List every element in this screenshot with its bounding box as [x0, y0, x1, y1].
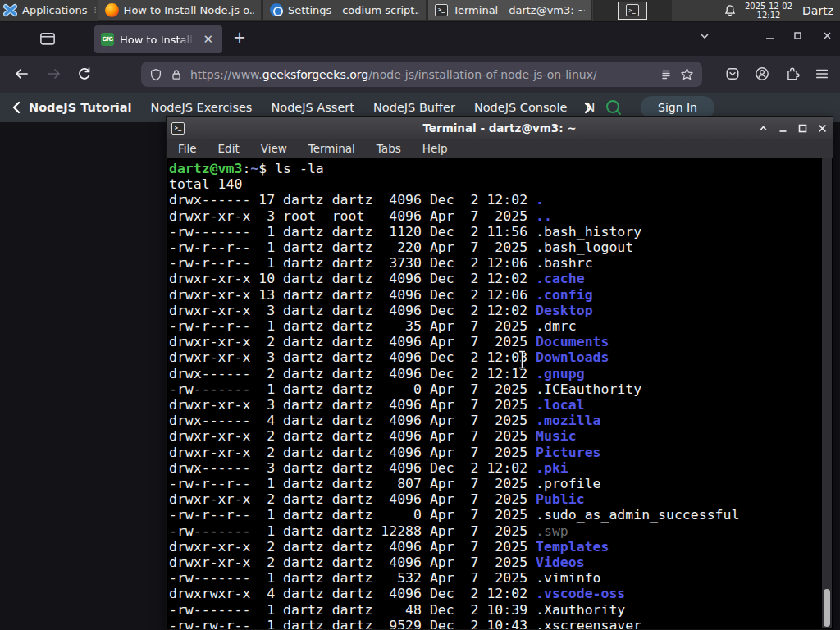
- notification-bell-icon[interactable]: [724, 4, 737, 17]
- terminal-line: drwxr-xr-x 10 dartz dartz 4096 Dec 2 12:…: [169, 271, 821, 286]
- close-icon[interactable]: [817, 123, 828, 134]
- terminal-menu-edit[interactable]: Edit: [218, 142, 240, 155]
- applications-logo-icon: [3, 3, 17, 17]
- list-all-tabs-icon[interactable]: [699, 30, 710, 42]
- applications-menu-button[interactable]: Applications: [0, 0, 92, 21]
- url-path: /node-js/installation-of-node-js-on-linu…: [368, 68, 597, 81]
- url-bar[interactable]: https://www.geeksforgeeks.org/node-js/in…: [141, 62, 702, 87]
- terminal-line: drwxr-xr-x 2 dartz dartz 4096 Apr 7 2025…: [169, 491, 821, 507]
- terminal-line: -rw------- 1 dartz dartz 1120 Dec 2 11:5…: [169, 224, 821, 240]
- terminal-line: drwxr-xr-x 3 dartz dartz 4096 Dec 2 12:0…: [169, 349, 821, 365]
- terminal-line: -rw-r--r-- 1 dartz dartz 35 Apr 7 2025 .…: [169, 318, 821, 334]
- back-icon[interactable]: [13, 66, 30, 81]
- panel-task-button[interactable]: How to Install Node.js o...: [98, 0, 262, 21]
- geeksforgeeks-favicon: GfG: [101, 33, 114, 46]
- terminal-menu-help[interactable]: Help: [422, 142, 448, 155]
- rollup-icon[interactable]: [758, 123, 769, 134]
- url-text[interactable]: https://www.geeksforgeeks.org/node-js/in…: [190, 68, 652, 81]
- terminal-scrollbar[interactable]: [822, 158, 832, 628]
- terminal-line: drwxr-xr-x 2 dartz dartz 4096 Apr 7 2025…: [169, 445, 821, 460]
- tracking-shield-icon[interactable]: [149, 68, 162, 81]
- lock-icon[interactable]: [170, 68, 183, 81]
- terminal-icon: >_: [626, 4, 639, 16]
- site-nav-item[interactable]: NodeJS Buffer: [373, 101, 455, 114]
- terminal-line: drwx------ 2 dartz dartz 4096 Dec 2 12:1…: [169, 366, 821, 381]
- tab-title: How to Install Node.js on: [120, 34, 194, 46]
- terminal-line: -rw------- 1 dartz dartz 12288 Apr 7 202…: [169, 523, 821, 539]
- browser-tab-bar: GfG How to Install Node.js on ✕ +: [0, 22, 840, 56]
- tab-close-icon[interactable]: ✕: [200, 33, 216, 47]
- terminal-line: drwx------ 4 dartz dartz 4096 Apr 7 2025…: [169, 413, 821, 428]
- terminal-menu-terminal[interactable]: Terminal: [308, 142, 355, 155]
- terminal-titlebar[interactable]: >_ Terminal - dartz@vm3: ~: [167, 117, 833, 139]
- account-icon[interactable]: [755, 66, 769, 81]
- terminal-title: Terminal - dartz@vm3: ~: [167, 121, 833, 135]
- site-search-button[interactable]: [605, 98, 623, 116]
- panel-task-button[interactable]: Settings - codium script...: [262, 0, 427, 21]
- terminal-menu-tabs[interactable]: Tabs: [377, 142, 401, 155]
- terminal-line: drwxr-xr-x 3 dartz dartz 4096 Apr 7 2025…: [169, 397, 821, 413]
- browser-tab[interactable]: GfG How to Install Node.js on ✕: [94, 25, 222, 53]
- terminal-line: dartz@vm3:~$ ls -la: [169, 161, 821, 176]
- terminal-line: -rw------- 1 dartz dartz 48 Dec 2 10:39 …: [169, 602, 821, 618]
- terminal-line: drwx------ 17 dartz dartz 4096 Dec 2 12:…: [169, 192, 821, 208]
- ibeam-cursor: [518, 350, 527, 369]
- panel-clock[interactable]: 2025-12-02 12:12: [745, 2, 792, 20]
- panel-task-button[interactable]: >_Terminal - dartz@vm3: ~: [427, 0, 591, 21]
- user-label: Dartz: [801, 4, 833, 17]
- site-nav-items: NodeJS TutorialNodeJS ExercisesNodeJS As…: [29, 101, 595, 114]
- terminal-line: -rw-r--r-- 1 dartz dartz 220 Apr 7 2025 …: [169, 240, 821, 255]
- window-maximize-icon[interactable]: [792, 30, 803, 41]
- terminal-output: dartz@vm3:~$ ls -latotal 140drwx------ 1…: [169, 161, 821, 629]
- search-icon: [605, 98, 623, 116]
- terminal-line: -rw-r--r-- 1 dartz dartz 0 Apr 7 2025 .s…: [169, 507, 821, 523]
- scrollbar-thumb[interactable]: [824, 589, 830, 627]
- task-title: How to Install Node.js o...: [124, 4, 254, 16]
- terminal-menu-file[interactable]: File: [178, 142, 197, 155]
- reload-icon[interactable]: [77, 66, 92, 81]
- hamburger-menu-icon[interactable]: [815, 66, 829, 81]
- site-nav-item[interactable]: NodeJS Tutorial: [29, 101, 132, 114]
- browser-toolbar: https://www.geeksforgeeks.org/node-js/in…: [0, 56, 840, 93]
- new-tab-button[interactable]: +: [233, 29, 246, 45]
- active-window-iconbox[interactable]: >_: [618, 2, 647, 20]
- terminal-window: >_ Terminal - dartz@vm3: ~ FileEditViewT…: [166, 116, 833, 630]
- terminal-line: drwxr-xr-x 2 dartz dartz 4096 Apr 7 2025…: [169, 334, 821, 349]
- reader-view-icon[interactable]: [660, 68, 673, 81]
- pocket-icon[interactable]: [725, 66, 740, 81]
- sign-in-button[interactable]: Sign In: [641, 96, 714, 119]
- terminal-icon: >_: [435, 4, 448, 16]
- terminal-line: drwxr-xr-x 3 dartz dartz 4096 Dec 2 12:0…: [169, 303, 821, 318]
- window-close-icon[interactable]: [822, 30, 833, 41]
- site-nav-item[interactable]: NodeJS Assert: [271, 101, 354, 114]
- terminal-line: drwx------ 3 dartz dartz 4096 Dec 2 12:0…: [169, 460, 821, 476]
- firefox-view-icon[interactable]: [39, 30, 56, 47]
- chevron-left-icon: [11, 101, 22, 114]
- nav-scroll-right-button[interactable]: [583, 102, 593, 114]
- firefox-icon: [105, 3, 119, 17]
- terminal-line: -rw------- 1 dartz dartz 532 Apr 7 2025 …: [169, 570, 821, 586]
- terminal-line: drwxr-xr-x 2 dartz dartz 4096 Apr 7 2025…: [169, 539, 821, 555]
- terminal-body[interactable]: dartz@vm3:~$ ls -latotal 140drwx------ 1…: [167, 158, 833, 629]
- panel-iconbox-zone: >_: [593, 0, 672, 21]
- desktop-screen: Applications ⁞ How to Install Node.js o.…: [0, 0, 840, 630]
- site-nav-item[interactable]: NodeJS Console: [474, 101, 568, 114]
- site-nav-item[interactable]: NodeJS Exercises: [151, 101, 253, 114]
- terminal-window-controls: [758, 117, 828, 139]
- terminal-line: -rw------- 1 dartz dartz 0 Apr 7 2025 .I…: [169, 381, 821, 397]
- url-scheme: https://www.: [190, 68, 262, 81]
- task-title: Terminal - dartz@vm3: ~: [453, 4, 584, 16]
- extensions-icon[interactable]: [785, 66, 800, 81]
- window-minimize-icon[interactable]: [765, 30, 775, 41]
- nav-scroll-left-button[interactable]: [0, 101, 29, 114]
- terminal-menu-view[interactable]: View: [261, 142, 287, 155]
- url-domain: geeksforgeeks.org: [262, 68, 368, 81]
- bookmark-star-icon[interactable]: [680, 67, 694, 81]
- forward-icon[interactable]: [46, 66, 62, 81]
- terminal-line: drwxr-xr-x 2 dartz dartz 4096 Apr 7 2025…: [169, 555, 821, 570]
- terminal-line: total 140: [169, 176, 821, 192]
- minimize-icon[interactable]: [778, 123, 788, 134]
- maximize-icon[interactable]: [797, 123, 808, 134]
- terminal-line: drwxr-xr-x 13 dartz dartz 4096 Dec 2 12:…: [169, 287, 821, 303]
- terminal-line: -rw-r--r-- 1 dartz dartz 3730 Dec 2 12:0…: [169, 255, 821, 271]
